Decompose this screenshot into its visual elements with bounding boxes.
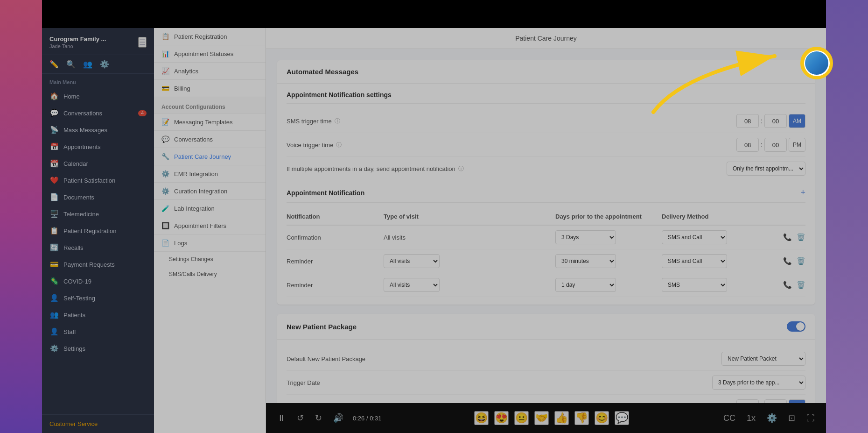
emoji-thumbsup[interactable]: 👍	[554, 411, 569, 425]
days-prior-select-1[interactable]: 3 Days	[555, 230, 616, 244]
sub-item-emr-integration[interactable]: ⚙️ EMR Integration	[154, 165, 266, 183]
sidebar-item-patient-registration[interactable]: 📋 Patient Registration	[42, 222, 154, 239]
sms-trigger-info-icon[interactable]: ⓘ	[335, 117, 340, 125]
trigger-hour-input[interactable]	[736, 399, 759, 403]
emoji-smile[interactable]: 😊	[595, 411, 609, 425]
sidebar-item-label: Recalls	[63, 244, 84, 251]
emoji-comment[interactable]: 💬	[615, 411, 629, 425]
fullscreen-button[interactable]: ⛶	[805, 412, 817, 425]
notification-type: Reminder	[287, 258, 380, 265]
sub-item-appointment-filters[interactable]: 🔲 Appointment Filters	[154, 217, 266, 234]
voice-min-input[interactable]	[764, 138, 787, 152]
cc-button[interactable]: CC	[721, 412, 737, 425]
sub-item-lab-integration[interactable]: 🧪 Lab Integration	[154, 200, 266, 217]
volume-button[interactable]: 🔊	[331, 411, 345, 425]
voice-trigger-time-group: : PM	[736, 138, 805, 152]
filter-button[interactable]: ⚙️	[100, 60, 109, 69]
sidebar-item-home[interactable]: 🏠 Home	[42, 88, 154, 105]
default-package-label: Default New Patient Package	[287, 355, 365, 362]
customer-service-link[interactable]: Customer Service	[49, 420, 147, 427]
add-notification-button[interactable]: +	[800, 188, 805, 198]
sub-item-analytics[interactable]: 📈 Analytics	[154, 63, 266, 80]
call-icon-2[interactable]: 📞	[783, 257, 792, 265]
trigger-date-select[interactable]: 3 Days prior to the app...	[712, 376, 805, 390]
sub-item-patient-care-journey[interactable]: 🔧 Patient Care Journey	[154, 148, 266, 165]
new-patient-toggle[interactable]	[787, 321, 805, 332]
sidebar-header: Curogram Family ... Jade Tano ☰	[42, 28, 154, 55]
play-pause-button[interactable]: ⏸	[275, 412, 287, 425]
col-days-prior: Days prior to the appointment	[555, 213, 658, 220]
sub-item-curation-integration[interactable]: ⚙️ Curation Integration	[154, 183, 266, 200]
sms-hour-input[interactable]	[736, 114, 759, 128]
payment-requests-icon: 💳	[49, 260, 59, 269]
delivery-method-select-3[interactable]: SMS	[662, 278, 727, 292]
days-prior-select-2[interactable]: 30 minutes	[555, 254, 616, 268]
main-content: Patient Care Journey Automated Messages …	[266, 28, 826, 433]
call-icon-1[interactable]: 📞	[783, 233, 792, 241]
sub-child-sms-calls[interactable]: SMS/Calls Delivery	[154, 267, 266, 282]
speed-button[interactable]: 1x	[745, 412, 757, 425]
multiple-appt-info-icon[interactable]: ⓘ	[458, 165, 464, 173]
voice-pm-button[interactable]: PM	[789, 138, 805, 152]
sub-item-patient-registration[interactable]: 📋 Patient Registration	[154, 28, 266, 45]
theater-button[interactable]: ⊡	[786, 411, 797, 425]
sub-item-messaging-templates[interactable]: 📝 Messaging Templates	[154, 114, 266, 131]
settings-video-button[interactable]: ⚙️	[765, 411, 779, 425]
sub-item-logs[interactable]: 📄 Logs	[154, 234, 266, 252]
delivery-method-select-2[interactable]: SMS and Call	[662, 254, 727, 268]
days-prior-select-3[interactable]: 1 day	[555, 278, 616, 292]
emoji-thumbsdown[interactable]: 👎	[574, 411, 589, 425]
delete-icon-3[interactable]: 🗑️	[797, 281, 805, 289]
sidebar-item-recalls[interactable]: 🔄 Recalls	[42, 239, 154, 256]
toggle-knob	[796, 322, 805, 331]
visit-type-select-2[interactable]: All visits	[384, 254, 440, 268]
patient-reg-icon: 📋	[161, 33, 169, 40]
sms-am-button[interactable]: AM	[789, 114, 805, 128]
rewind-button[interactable]: ↺	[295, 411, 306, 425]
sidebar-item-documents[interactable]: 📄 Documents	[42, 189, 154, 206]
sidebar-item-calendar[interactable]: 📆 Calendar	[42, 155, 154, 172]
sidebar-item-conversations[interactable]: 💬 Conversations 4	[42, 105, 154, 121]
sidebar-item-payment-requests[interactable]: 💳 Payment Requests	[42, 256, 154, 273]
sidebar-item-patients[interactable]: 👥 Patients	[42, 306, 154, 323]
sidebar-item-patient-satisfaction[interactable]: ❤️ Patient Satisfaction	[42, 172, 154, 189]
sidebar-item-telemedicine[interactable]: 🖥️ Telemedicine	[42, 206, 154, 222]
call-icon-3[interactable]: 📞	[783, 281, 792, 289]
sidebar-item-label: Patient Satisfaction	[63, 177, 115, 184]
trigger-am-button[interactable]: AM	[789, 399, 805, 403]
emoji-neutral[interactable]: 😐	[514, 411, 529, 425]
sub-item-billing[interactable]: 💳 Billing	[154, 80, 266, 97]
emoji-love[interactable]: 😍	[494, 411, 509, 425]
sidebar-item-label: Staff	[63, 328, 76, 335]
sidebar-item-mass-messages[interactable]: 📡 Mass Messages	[42, 121, 154, 138]
voice-trigger-info-icon[interactable]: ⓘ	[336, 141, 342, 149]
compose-button[interactable]: ✏️	[49, 60, 59, 69]
forward-button[interactable]: ↻	[313, 411, 324, 425]
col-delivery-method: Delivery Method	[662, 213, 764, 220]
emoji-laugh[interactable]: 😆	[474, 411, 489, 425]
visit-type-select-3[interactable]: All visits	[384, 278, 440, 292]
patients-button[interactable]: 👥	[83, 60, 92, 69]
multiple-appt-select[interactable]: Only the first appointm...	[727, 162, 805, 176]
search-button[interactable]: 🔍	[66, 60, 76, 69]
delete-icon-1[interactable]: 🗑️	[797, 233, 805, 241]
emoji-handshake[interactable]: 🤝	[534, 411, 549, 425]
sub-child-settings-changes[interactable]: Settings Changes	[154, 252, 266, 267]
sms-min-input[interactable]	[764, 114, 787, 128]
delete-icon-2[interactable]: 🗑️	[797, 257, 805, 265]
sidebar-item-settings[interactable]: ⚙️ Settings	[42, 340, 154, 357]
sub-sidebar: 📋 Patient Registration 📊 Appointment Sta…	[154, 28, 266, 433]
trigger-time-group: : AM	[736, 399, 805, 403]
sub-item-appointment-statuses[interactable]: 📊 Appointment Statuses	[154, 45, 266, 63]
video-emoji-controls: 😆 😍 😐 🤝 👍 👎 😊 💬	[474, 411, 629, 425]
sidebar-item-appointments[interactable]: 📅 Appointments	[42, 138, 154, 155]
sidebar-item-covid[interactable]: 🦠 COVID-19	[42, 273, 154, 290]
trigger-min-input[interactable]	[764, 399, 787, 403]
sidebar-item-self-testing[interactable]: 👤 Self-Testing	[42, 290, 154, 306]
voice-hour-input[interactable]	[736, 138, 759, 152]
sidebar-item-staff[interactable]: 👤 Staff	[42, 323, 154, 340]
default-package-select[interactable]: New Patient Packet	[721, 352, 805, 366]
delivery-method-select-1[interactable]: SMS and Call	[662, 230, 727, 244]
hamburger-button[interactable]: ☰	[138, 37, 147, 48]
sub-item-conversations[interactable]: 💬 Conversations	[154, 131, 266, 148]
